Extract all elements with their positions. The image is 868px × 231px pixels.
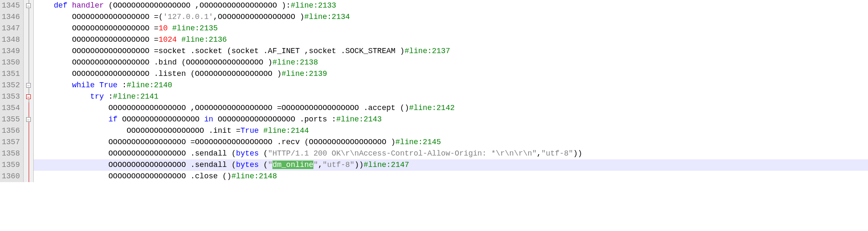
fold-marker[interactable] (24, 114, 33, 125)
code-line[interactable]: OOOOOOOOOOOOOOOOO .close ()#line:2148 (34, 171, 868, 182)
code-editor-area[interactable]: def handler (OOOOOOOOOOOOOOOOO ,OOOOOOOO… (34, 0, 868, 182)
line-number-gutter: 1345134613471348134913501351135213531354… (0, 0, 24, 182)
code-line[interactable]: while True :#line:2140 (34, 80, 868, 91)
code-line[interactable]: OOOOOOOOOOOOOOOOO .bind (OOOOOOOOOOOOOOO… (34, 57, 868, 68)
line-number: 1348 (2, 34, 20, 46)
line-number: 1347 (2, 23, 20, 34)
fold-marker[interactable] (24, 57, 33, 68)
line-number: 1345 (2, 0, 20, 11)
fold-marker[interactable] (24, 137, 33, 148)
line-number: 1349 (2, 46, 20, 57)
code-line[interactable]: OOOOOOOOOOOOOOOOO .init =True #line:2144 (34, 125, 868, 137)
line-number: 1358 (2, 148, 20, 159)
code-line[interactable]: OOOOOOOOOOOOOOOOO .sendall (bytes ("HTTP… (34, 148, 868, 159)
fold-column (24, 0, 34, 182)
fold-marker[interactable] (24, 148, 33, 159)
line-number: 1351 (2, 68, 20, 80)
fold-marker[interactable] (24, 159, 33, 171)
fold-marker[interactable] (24, 125, 33, 137)
fold-marker[interactable] (24, 68, 33, 80)
fold-marker[interactable] (24, 91, 33, 102)
line-number: 1354 (2, 102, 20, 114)
line-number: 1356 (2, 125, 20, 137)
line-number: 1353 (2, 91, 20, 102)
fold-marker[interactable] (24, 171, 33, 182)
line-number: 1350 (2, 57, 20, 68)
line-number: 1352 (2, 80, 20, 91)
line-number: 1359 (2, 159, 20, 171)
fold-marker[interactable] (24, 0, 33, 11)
line-number: 1357 (2, 137, 20, 148)
code-line[interactable]: if OOOOOOOOOOOOOOOOO in OOOOOOOOOOOOOOOO… (34, 114, 868, 125)
code-line[interactable]: OOOOOOOOOOOOOOOOO =10 #line:2135 (34, 23, 868, 34)
fold-marker[interactable] (24, 46, 33, 57)
code-line[interactable]: def handler (OOOOOOOOOOOOOOOOO ,OOOOOOOO… (34, 0, 868, 11)
line-number: 1355 (2, 114, 20, 125)
fold-marker[interactable] (24, 34, 33, 46)
fold-marker[interactable] (24, 102, 33, 114)
code-line[interactable]: OOOOOOOOOOOOOOOOO ,OOOOOOOOOOOOOOOOO =OO… (34, 102, 868, 114)
code-line[interactable]: OOOOOOOOOOOOOOOOO =1024 #line:2136 (34, 34, 868, 46)
line-number: 1346 (2, 11, 20, 23)
code-line[interactable]: OOOOOOOOOOOOOOOOO =socket .socket (socke… (34, 46, 868, 57)
code-line[interactable]: try :#line:2141 (34, 91, 868, 102)
code-line[interactable]: OOOOOOOOOOOOOOOOO .sendall (bytes ("dm_o… (34, 159, 868, 171)
line-number: 1360 (2, 171, 20, 182)
fold-marker[interactable] (24, 23, 33, 34)
fold-marker[interactable] (24, 80, 33, 91)
code-line[interactable]: OOOOOOOOOOOOOOOOO .listen (OOOOOOOOOOOOO… (34, 68, 868, 80)
code-line[interactable]: OOOOOOOOOOOOOOOOO =('127.0.0.1',OOOOOOOO… (34, 11, 868, 23)
fold-marker[interactable] (24, 11, 33, 23)
code-line[interactable]: OOOOOOOOOOOOOOOOO =OOOOOOOOOOOOOOOOO .re… (34, 137, 868, 148)
